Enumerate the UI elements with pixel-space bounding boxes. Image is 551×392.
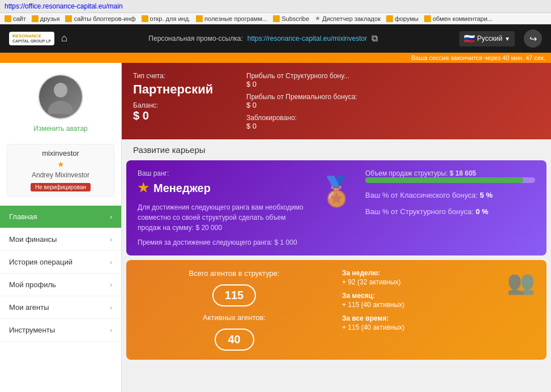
bookmark-subscribe[interactable]: Subscribe: [273, 15, 309, 22]
bookmark-label: сайты блоггеров-инф: [74, 15, 135, 22]
star-icon: ★: [315, 15, 321, 22]
rank-description: Для достижения следующего ранга вам необ…: [138, 202, 307, 233]
bookmark-dispatcher[interactable]: ★ Диспетчер закладок: [315, 15, 381, 22]
weekly-period-label: За неделю:: [342, 269, 535, 277]
sidebar-link-tools[interactable]: Инструменты ›: [0, 319, 121, 341]
chevron-right-icon: ›: [110, 213, 112, 221]
home-button[interactable]: ⌂: [61, 32, 67, 44]
rank-name: Менеджер: [153, 182, 211, 195]
change-avatar-link[interactable]: Изменить аватар: [33, 125, 88, 133]
bookmark-label: Диспетчер закладок: [322, 15, 381, 22]
sidebar-item-home[interactable]: Главная ›: [0, 206, 121, 228]
folder-icon: [65, 15, 72, 22]
chevron-right-icon: ›: [110, 258, 112, 266]
bookmark-label: сайт: [13, 15, 26, 22]
session-notice: Ваша сессия закончится через 40 мин. 47 …: [0, 53, 551, 63]
structural-bonus-label2: Ваш % от Структурного бонуса:: [365, 207, 473, 216]
sidebar-label-agents: Мои агенты: [9, 303, 49, 312]
svg-point-0: [54, 83, 67, 97]
active-agents-value: 40: [215, 329, 254, 351]
classic-bonus-stat: Ваш % от Классического бонуса: 5 %: [365, 191, 535, 199]
monthly-period-label: За месяц:: [342, 292, 535, 300]
sidebar-item-profile[interactable]: Мой профиль ›: [0, 274, 121, 296]
account-type-label: Тип счета:: [133, 72, 224, 80]
promo-area: Персональная промо-ссылка: https://reson…: [76, 33, 450, 44]
structural-bonus-value2: 0 %: [476, 207, 488, 216]
avatar: [38, 74, 83, 120]
sidebar-link-agents[interactable]: Мои агенты ›: [0, 296, 121, 318]
sidebar-link-finances[interactable]: Мои финансы ›: [0, 228, 121, 250]
classic-bonus-value: 5 %: [480, 191, 492, 199]
sidebar: Изменить аватар mixinvestor ★ Andrey Mix…: [0, 63, 122, 392]
sidebar-item-finances[interactable]: Мои финансы ›: [0, 228, 121, 251]
user-card: mixinvestor ★ Andrey Mixinvestor Не вери…: [7, 144, 114, 197]
bookmark-friends[interactable]: друзья: [32, 15, 60, 22]
bookmark-programs[interactable]: полезные программ...: [196, 15, 267, 22]
top-navigation: RESONANCE CAPITAL GROUP LP ⌂ Персональна…: [0, 24, 551, 53]
bookmark-bloggers[interactable]: сайты блоггеров-инф: [65, 15, 135, 22]
rank-label: Ваш ранг:: [138, 169, 307, 177]
chevron-down-icon: ▼: [505, 36, 510, 42]
monthly-stat: За месяц: + 115 (40 активных): [342, 292, 535, 309]
folder-icon: [386, 15, 393, 22]
svg-point-1: [48, 101, 73, 114]
agents-left: Всего агентов в структуре: 115 Активных …: [138, 269, 331, 351]
chevron-right-icon: ›: [110, 304, 112, 312]
account-right: Прибыль от Структурного бону... $ 0 Приб…: [246, 72, 357, 130]
logout-button[interactable]: ↪: [524, 29, 542, 48]
sidebar-link-home[interactable]: Главная ›: [0, 206, 121, 228]
bookmark-label: обмен комментари...: [433, 15, 493, 22]
address-bar[interactable]: https://office.resonance-capital.eu/main: [0, 0, 551, 13]
chevron-right-icon: ›: [110, 281, 112, 289]
logo-bottom-text: CAPITAL GROUP LP: [12, 39, 51, 44]
structural-bonus-label: Прибыль от Структурного бону...: [246, 72, 349, 80]
bookmark-label: Subscribe: [281, 15, 309, 22]
rank-left: Ваш ранг: ★ Менеджер Для достижения след…: [138, 169, 307, 246]
premium-bonus-stat: Прибыль от Премиального бонуса: $ 0: [246, 93, 357, 109]
structural-bonus-stat: Прибыль от Структурного бону... $ 0: [246, 72, 357, 88]
sidebar-item-tools[interactable]: Инструменты ›: [0, 319, 121, 342]
career-title-text: Развитие карьеры: [133, 145, 206, 155]
rank-star-icon: ★: [138, 181, 149, 195]
sidebar-link-history[interactable]: История операций ›: [0, 251, 121, 273]
sidebar-label-profile: Мой профиль: [9, 280, 56, 289]
sales-volume-value: $ 18 605: [450, 169, 476, 177]
bookmark-forums[interactable]: форумы: [386, 15, 418, 22]
rank-card: Ваш ранг: ★ Менеджер Для достижения след…: [126, 160, 546, 255]
progress-bar-fill: [365, 177, 523, 183]
bookmark-comments[interactable]: обмен комментари...: [424, 15, 493, 22]
promo-link[interactable]: https://resonance-capital.eu/mixinvestor: [247, 35, 367, 42]
blocked-stat: Заблокировано: $ 0: [246, 114, 357, 130]
sidebar-nav: Главная › Мои финансы › История операций…: [0, 206, 121, 342]
alltime-stat: За все время: + 115 (40 активных): [342, 314, 535, 331]
sidebar-item-agents[interactable]: Мои агенты ›: [0, 296, 121, 319]
balance-label: Баланс:: [133, 101, 224, 109]
bookmark-open[interactable]: откр. для инд.: [142, 15, 191, 22]
agents-group-icon: 👥: [507, 269, 535, 296]
folder-icon: [5, 15, 11, 22]
bookmark-label: форумы: [395, 15, 418, 22]
sidebar-link-profile[interactable]: Мой профиль ›: [0, 274, 121, 296]
section-title-career: Развитие карьеры: [122, 139, 551, 160]
rank-medal-icon: 🏅: [319, 175, 354, 208]
account-left: Тип счета: Партнерский Баланс: $ 0: [133, 72, 224, 130]
sidebar-label-tools: Инструменты: [9, 326, 55, 334]
sidebar-item-history[interactable]: История операций ›: [0, 251, 121, 274]
rank-right: Объем продаж структуры: $ 18 605 Ваш % о…: [365, 169, 535, 216]
bookmark-label: друзья: [40, 15, 60, 22]
folder-icon: [196, 15, 203, 22]
not-verified-badge: Не верифицирован: [31, 183, 91, 191]
url-text: https://office.resonance-capital.eu/main: [5, 2, 123, 10]
blocked-value: $ 0: [246, 122, 257, 130]
bookmark-site[interactable]: сайт: [5, 15, 26, 22]
language-selector[interactable]: 🇷🇺 Русский ▼: [459, 31, 515, 46]
total-agents-value: 115: [212, 284, 256, 306]
structural-bonus-value: $ 0: [246, 80, 257, 88]
logo-top-text: RESONANCE: [12, 33, 51, 39]
weekly-stat: За неделю: + 92 (32 активных): [342, 269, 535, 286]
bookmarks-bar: сайт друзья сайты блоггеров-инф откр. дл…: [0, 13, 551, 24]
rank-bonus: Премия за достижение следующего ранга: $…: [138, 238, 307, 246]
copy-icon[interactable]: ⧉: [371, 33, 378, 44]
sales-volume-section: Объем продаж структуры: $ 18 605: [365, 169, 535, 183]
language-text: Русский: [477, 35, 503, 42]
